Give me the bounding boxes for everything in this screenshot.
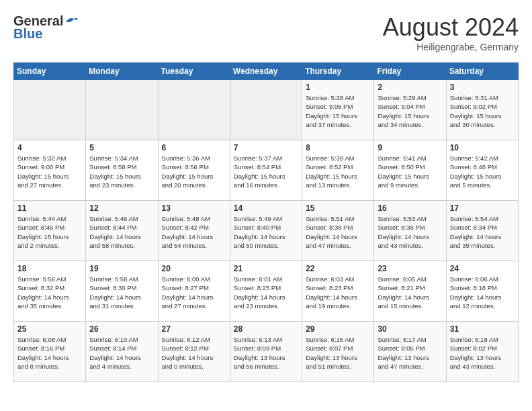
calendar-cell: 7Sunrise: 5:37 AMSunset: 8:54 PMDaylight…	[230, 140, 302, 201]
day-number: 16	[378, 203, 442, 213]
calendar-header-row: SundayMondayTuesdayWednesdayThursdayFrid…	[14, 63, 519, 80]
header-day-thursday: Thursday	[302, 63, 374, 80]
logo-bird-icon	[64, 15, 79, 28]
week-row-2: 4Sunrise: 5:32 AMSunset: 9:00 PMDaylight…	[14, 140, 519, 201]
day-number: 29	[306, 324, 370, 334]
day-info: Sunrise: 5:44 AMSunset: 8:46 PMDaylight:…	[17, 214, 82, 250]
calendar-cell	[230, 80, 302, 140]
day-number: 26	[89, 324, 154, 334]
day-number: 7	[234, 143, 298, 152]
calendar-cell: 13Sunrise: 5:48 AMSunset: 8:42 PMDayligh…	[158, 201, 230, 261]
day-info: Sunrise: 6:03 AMSunset: 8:23 PMDaylight:…	[306, 275, 370, 310]
calendar-cell: 8Sunrise: 5:39 AMSunset: 8:52 PMDaylight…	[302, 140, 374, 201]
calendar-cell: 25Sunrise: 6:08 AMSunset: 8:16 PMDayligh…	[14, 322, 86, 382]
day-info: Sunrise: 6:17 AMSunset: 8:05 PMDaylight:…	[378, 335, 442, 371]
logo-blue-text: Blue	[13, 26, 42, 42]
calendar-cell: 9Sunrise: 5:41 AMSunset: 8:50 PMDaylight…	[374, 140, 446, 201]
header-day-tuesday: Tuesday	[158, 63, 230, 80]
day-number: 31	[450, 324, 515, 334]
day-number: 4	[17, 143, 82, 152]
day-number: 27	[162, 324, 226, 334]
day-info: Sunrise: 6:08 AMSunset: 8:16 PMDaylight:…	[17, 335, 82, 371]
calendar-cell: 2Sunrise: 5:29 AMSunset: 9:04 PMDaylight…	[374, 80, 446, 140]
day-info: Sunrise: 6:10 AMSunset: 8:14 PMDaylight:…	[89, 335, 154, 371]
calendar-cell: 12Sunrise: 5:46 AMSunset: 8:44 PMDayligh…	[86, 201, 158, 261]
calendar-cell: 3Sunrise: 5:31 AMSunset: 9:02 PMDaylight…	[446, 80, 518, 140]
day-number: 17	[450, 203, 515, 213]
day-info: Sunrise: 6:18 AMSunset: 8:02 PMDaylight:…	[450, 335, 515, 371]
day-info: Sunrise: 5:42 AMSunset: 8:48 PMDaylight:…	[450, 154, 515, 189]
calendar-cell: 27Sunrise: 6:12 AMSunset: 8:12 PMDayligh…	[158, 322, 230, 382]
calendar-cell: 11Sunrise: 5:44 AMSunset: 8:46 PMDayligh…	[14, 201, 86, 261]
calendar-title: August 2024	[383, 13, 519, 42]
day-info: Sunrise: 6:12 AMSunset: 8:12 PMDaylight:…	[162, 335, 226, 371]
day-info: Sunrise: 5:48 AMSunset: 8:42 PMDaylight:…	[162, 214, 226, 250]
calendar-cell: 6Sunrise: 5:36 AMSunset: 8:56 PMDaylight…	[158, 140, 230, 201]
calendar-cell: 31Sunrise: 6:18 AMSunset: 8:02 PMDayligh…	[446, 322, 518, 382]
calendar-subtitle: Heiligengrabe, Germany	[383, 42, 519, 52]
day-number: 20	[162, 264, 226, 273]
day-number: 28	[234, 324, 298, 334]
day-number: 22	[306, 264, 370, 273]
day-number: 5	[89, 143, 154, 152]
calendar-cell: 21Sunrise: 6:01 AMSunset: 8:25 PMDayligh…	[230, 261, 302, 322]
day-info: Sunrise: 5:36 AMSunset: 8:56 PMDaylight:…	[162, 154, 226, 189]
day-number: 14	[234, 203, 298, 213]
calendar-cell: 15Sunrise: 5:51 AMSunset: 8:38 PMDayligh…	[302, 201, 374, 261]
day-info: Sunrise: 6:06 AMSunset: 8:18 PMDaylight:…	[450, 275, 515, 310]
day-info: Sunrise: 5:51 AMSunset: 8:38 PMDaylight:…	[306, 214, 370, 250]
week-row-1: 1Sunrise: 5:28 AMSunset: 9:05 PMDaylight…	[14, 80, 519, 140]
day-number: 21	[234, 264, 298, 273]
calendar-cell: 30Sunrise: 6:17 AMSunset: 8:05 PMDayligh…	[374, 322, 446, 382]
day-info: Sunrise: 5:34 AMSunset: 8:58 PMDaylight:…	[89, 154, 154, 189]
day-number: 6	[162, 143, 226, 152]
header-day-wednesday: Wednesday	[230, 63, 302, 80]
day-number: 10	[450, 143, 515, 152]
calendar-cell: 18Sunrise: 5:56 AMSunset: 8:32 PMDayligh…	[14, 261, 86, 322]
day-number: 8	[306, 143, 370, 152]
calendar-cell	[86, 80, 158, 140]
day-number: 3	[450, 83, 515, 92]
day-number: 2	[378, 83, 442, 92]
calendar-cell: 22Sunrise: 6:03 AMSunset: 8:23 PMDayligh…	[302, 261, 374, 322]
calendar-cell: 4Sunrise: 5:32 AMSunset: 9:00 PMDaylight…	[14, 140, 86, 201]
calendar-cell: 23Sunrise: 6:05 AMSunset: 8:21 PMDayligh…	[374, 261, 446, 322]
day-info: Sunrise: 5:39 AMSunset: 8:52 PMDaylight:…	[306, 154, 370, 189]
day-number: 25	[17, 324, 82, 334]
day-info: Sunrise: 5:46 AMSunset: 8:44 PMDaylight:…	[89, 214, 154, 250]
logo: General Blue	[13, 13, 79, 42]
day-info: Sunrise: 6:13 AMSunset: 8:09 PMDaylight:…	[234, 335, 298, 371]
day-info: Sunrise: 5:54 AMSunset: 8:34 PMDaylight:…	[450, 214, 515, 250]
title-block: August 2024 Heiligengrabe, Germany	[383, 13, 519, 52]
calendar-cell: 5Sunrise: 5:34 AMSunset: 8:58 PMDaylight…	[86, 140, 158, 201]
day-info: Sunrise: 5:32 AMSunset: 9:00 PMDaylight:…	[17, 154, 82, 189]
day-number: 19	[89, 264, 154, 273]
day-number: 23	[378, 264, 442, 273]
header-day-saturday: Saturday	[446, 63, 518, 80]
calendar-cell: 26Sunrise: 6:10 AMSunset: 8:14 PMDayligh…	[86, 322, 158, 382]
header-day-friday: Friday	[374, 63, 446, 80]
day-info: Sunrise: 5:53 AMSunset: 8:36 PMDaylight:…	[378, 214, 442, 250]
day-info: Sunrise: 5:58 AMSunset: 8:30 PMDaylight:…	[89, 275, 154, 310]
day-info: Sunrise: 5:28 AMSunset: 9:05 PMDaylight:…	[306, 93, 370, 129]
day-info: Sunrise: 6:00 AMSunset: 8:27 PMDaylight:…	[162, 275, 226, 310]
calendar-cell: 29Sunrise: 6:15 AMSunset: 8:07 PMDayligh…	[302, 322, 374, 382]
header-day-monday: Monday	[86, 63, 158, 80]
calendar-cell	[14, 80, 86, 140]
week-row-5: 25Sunrise: 6:08 AMSunset: 8:16 PMDayligh…	[14, 322, 519, 382]
day-number: 1	[306, 83, 370, 92]
day-info: Sunrise: 5:56 AMSunset: 8:32 PMDaylight:…	[17, 275, 82, 310]
day-number: 30	[378, 324, 442, 334]
day-number: 13	[162, 203, 226, 213]
day-info: Sunrise: 5:49 AMSunset: 8:40 PMDaylight:…	[234, 214, 298, 250]
day-number: 18	[17, 264, 82, 273]
day-info: Sunrise: 5:41 AMSunset: 8:50 PMDaylight:…	[378, 154, 442, 189]
calendar-cell	[158, 80, 230, 140]
calendar-cell: 24Sunrise: 6:06 AMSunset: 8:18 PMDayligh…	[446, 261, 518, 322]
day-info: Sunrise: 5:29 AMSunset: 9:04 PMDaylight:…	[378, 93, 442, 129]
day-number: 15	[306, 203, 370, 213]
day-number: 11	[17, 203, 82, 213]
calendar-cell: 19Sunrise: 5:58 AMSunset: 8:30 PMDayligh…	[86, 261, 158, 322]
day-info: Sunrise: 5:37 AMSunset: 8:54 PMDaylight:…	[234, 154, 298, 189]
day-info: Sunrise: 6:01 AMSunset: 8:25 PMDaylight:…	[234, 275, 298, 310]
